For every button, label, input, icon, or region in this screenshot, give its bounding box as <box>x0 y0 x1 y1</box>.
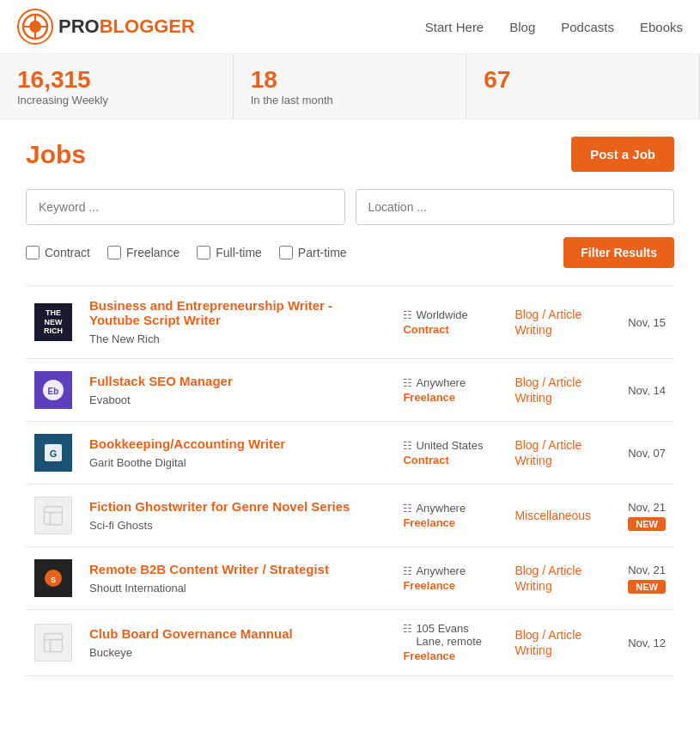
search-area <box>26 189 674 225</box>
company-name: The New Rich <box>89 332 160 345</box>
location-cell: ☷ Anywhere Freelance <box>394 359 506 422</box>
location-icon: ☷ <box>403 565 412 577</box>
category-cell: Blog / Article Writing <box>506 422 619 485</box>
category-link[interactable]: Blog / Article Writing <box>514 375 581 405</box>
location-cell: ☷ Worldwide Contract <box>394 286 506 359</box>
jobs-table: THENEWRICH Business and Entrepreneurship… <box>26 285 674 676</box>
category-link[interactable]: Miscellaneous <box>514 509 591 522</box>
company-name: Buckeye <box>89 646 132 659</box>
category-link[interactable]: Blog / Article Writing <box>514 308 581 337</box>
logo-cell: S <box>26 547 81 610</box>
job-title-link[interactable]: Business and Entrepreneurship Writer - Y… <box>89 298 386 327</box>
stats-bar: 16,315 Increasing Weekly 18 In the last … <box>0 54 700 119</box>
location-cell: ☷ United States Contract <box>394 422 506 485</box>
checkbox-parttime[interactable] <box>279 246 293 259</box>
svg-text:S: S <box>51 576 56 584</box>
table-row: S Remote B2B Content Writer / Strategist… <box>26 547 674 610</box>
job-location: Anywhere <box>416 376 466 389</box>
table-row: Eb Fullstack SEO Manager Evaboot ☷ Anywh… <box>26 359 674 422</box>
location-cell: ☷ 105 EvansLane, remote Freelance <box>394 610 506 676</box>
job-location: Anywhere <box>416 502 466 515</box>
nav-blog[interactable]: Blog <box>509 20 535 34</box>
stat-label-weekly: Increasing Weekly <box>17 94 216 107</box>
job-type: Freelance <box>403 391 455 404</box>
job-date: Nov, 21 <box>628 501 666 514</box>
job-date: Nov, 14 <box>628 384 666 397</box>
stat-number-other: 67 <box>484 66 682 94</box>
job-type: Freelance <box>403 649 455 662</box>
nav-start-here[interactable]: Start Here <box>425 20 484 34</box>
date-cell: Nov, 14 <box>619 359 674 422</box>
jobs-header: Jobs Post a Job <box>26 137 674 172</box>
job-location: United States <box>416 439 483 452</box>
job-info-cell: Remote B2B Content Writer / Strategist S… <box>81 547 394 610</box>
filter-fulltime[interactable]: Full-time <box>197 246 262 259</box>
logo-cell <box>26 485 81 547</box>
stat-item-weekly: 16,315 Increasing Weekly <box>0 54 234 119</box>
filter-parttime[interactable]: Part-time <box>279 246 347 259</box>
post-job-button[interactable]: Post a Job <box>571 137 674 172</box>
header: PROBLOGGER Start Here Blog Podcasts Eboo… <box>0 0 700 54</box>
category-link[interactable]: Blog / Article Writing <box>514 628 581 657</box>
job-title-link[interactable]: Bookkeeping/Accounting Writer <box>89 436 386 451</box>
svg-text:G: G <box>50 448 58 459</box>
checkbox-fulltime[interactable] <box>197 246 210 259</box>
filter-freelance[interactable]: Freelance <box>107 246 180 259</box>
category-link[interactable]: Blog / Article Writing <box>514 438 581 467</box>
job-title-link[interactable]: Fiction Ghostwriter for Genre Novel Seri… <box>89 499 386 514</box>
logo-cell: Eb <box>26 359 81 422</box>
location-input[interactable] <box>356 189 675 225</box>
checkbox-contract[interactable] <box>26 246 40 259</box>
job-title-link[interactable]: Club Board Governance Mannual <box>89 626 386 641</box>
company-name: Sci-fi Ghosts <box>89 519 153 532</box>
main-nav: Start Here Blog Podcasts Ebooks <box>425 20 683 34</box>
keyword-input[interactable] <box>26 189 345 225</box>
filter-row: Contract Freelance Full-time Part-time F… <box>26 237 674 268</box>
nav-ebooks[interactable]: Ebooks <box>640 20 683 34</box>
job-info-cell: Bookkeeping/Accounting Writer Garit Boot… <box>81 422 394 485</box>
filter-contract[interactable]: Contract <box>26 246 90 259</box>
job-type: Freelance <box>403 516 455 529</box>
category-cell: Blog / Article Writing <box>506 286 619 359</box>
category-cell: Blog / Article Writing <box>506 359 619 422</box>
job-title-link[interactable]: Remote B2B Content Writer / Strategist <box>89 562 386 576</box>
job-type: Freelance <box>403 579 455 592</box>
logo: PROBLOGGER <box>17 9 195 45</box>
company-name: Evaboot <box>89 393 131 406</box>
jobs-section: Jobs Post a Job Contract Freelance Full-… <box>0 119 700 693</box>
company-logo: THENEWRICH <box>34 303 72 341</box>
nav-podcasts[interactable]: Podcasts <box>561 20 614 34</box>
company-logo: S <box>34 559 72 597</box>
company-logo <box>34 497 72 534</box>
job-location: Anywhere <box>416 564 466 577</box>
job-title-link[interactable]: Fullstack SEO Manager <box>89 374 386 388</box>
checkbox-freelance[interactable] <box>107 246 121 259</box>
job-date: Nov, 12 <box>628 637 666 649</box>
job-info-cell: Fiction Ghostwriter for Genre Novel Seri… <box>81 485 394 547</box>
jobs-title: Jobs <box>26 140 86 169</box>
job-info-cell: Business and Entrepreneurship Writer - Y… <box>81 286 394 359</box>
new-badge: NEW <box>628 580 666 594</box>
company-name: Shoutt International <box>89 582 186 595</box>
job-location: 105 EvansLane, remote <box>416 622 482 648</box>
job-date: Nov, 21 <box>628 564 666 576</box>
location-icon: ☷ <box>403 377 412 389</box>
stat-label-month: In the last month <box>251 94 449 107</box>
stat-item-month: 18 In the last month <box>234 54 467 119</box>
job-date: Nov, 07 <box>628 447 666 460</box>
category-link[interactable]: Blog / Article Writing <box>514 564 581 593</box>
company-logo: Eb <box>34 371 72 409</box>
date-cell: Nov, 07 <box>619 422 674 485</box>
job-type: Contract <box>403 323 448 336</box>
job-date: Nov, 15 <box>628 316 666 329</box>
logo-cell <box>26 610 81 676</box>
date-cell: Nov, 21 NEW <box>619 485 674 547</box>
date-cell: Nov, 12 <box>619 610 674 676</box>
location-cell: ☷ Anywhere Freelance <box>394 485 506 547</box>
new-badge: NEW <box>628 517 666 531</box>
logo-text: PROBLOGGER <box>58 15 195 38</box>
filter-results-button[interactable]: Filter Results <box>563 237 674 268</box>
category-cell: Blog / Article Writing <box>506 610 619 676</box>
table-row: G Bookkeeping/Accounting Writer Garit Bo… <box>26 422 674 485</box>
logo-cell: G <box>26 422 81 485</box>
